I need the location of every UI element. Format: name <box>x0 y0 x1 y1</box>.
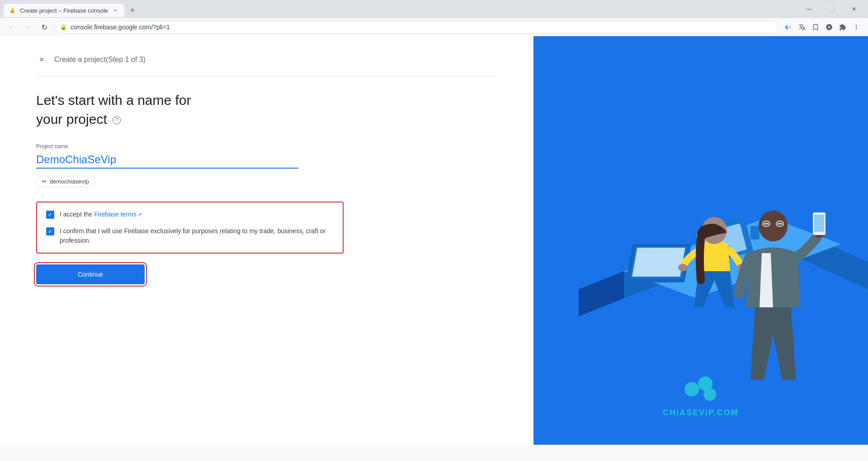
back-button[interactable]: ← <box>5 21 18 33</box>
external-link-icon: ↗ <box>137 211 142 219</box>
svg-rect-11 <box>632 248 685 277</box>
address-bar[interactable]: 🔒 console.firebase.google.com/?pli=1 <box>54 21 778 33</box>
svg-rect-21 <box>814 215 824 232</box>
watermark-text: CHiASEViP.COM <box>663 408 738 418</box>
bookmark-icon[interactable] <box>823 21 835 33</box>
svg-point-22 <box>759 211 788 241</box>
svg-point-25 <box>684 382 699 396</box>
address-bar-row: ← → ↻ 🔒 console.firebase.google.com/?pli… <box>0 18 868 36</box>
heading-line2: your project <box>36 112 107 127</box>
form-panel: × Create a project(Step 1 of 3) Let's st… <box>0 36 533 445</box>
help-icon[interactable]: ? <box>113 116 121 124</box>
google-account-icon[interactable] <box>782 21 795 33</box>
title-bar: Create project – Firebase console × + — … <box>0 0 868 18</box>
minimize-button[interactable]: — <box>798 0 819 18</box>
lock-icon: 🔒 <box>60 24 67 30</box>
page-heading: Let's start with a name for your project… <box>36 91 262 129</box>
svg-rect-14 <box>750 226 760 240</box>
continue-button[interactable]: Continue <box>36 264 145 284</box>
close-dialog-button[interactable]: × <box>36 54 47 65</box>
right-panel: CHiASEViP.COM <box>533 36 868 445</box>
business-confirm-label: I confirm that I will use Firebase exclu… <box>60 226 334 245</box>
svg-point-16 <box>678 264 687 271</box>
business-confirm-checkbox-row: ✓ I confirm that I will use Firebase exc… <box>46 226 334 245</box>
firebase-terms-link[interactable]: Firebase terms <box>94 211 136 218</box>
watermark: CHiASEViP.COM <box>663 376 738 418</box>
active-tab[interactable]: Create project – Firebase console × <box>4 4 124 17</box>
checkmark-icon-2: ✓ <box>48 229 52 234</box>
new-tab-button[interactable]: + <box>126 4 139 17</box>
tab-close-button[interactable]: × <box>112 7 119 14</box>
terms-label: I accept the Firebase terms↗ <box>60 210 142 219</box>
project-id-value: demochiasevip <box>50 178 89 185</box>
terms-box: ✓ I accept the Firebase terms↗ ✓ I confi… <box>36 202 344 254</box>
window-controls: — ⬜ ✕ <box>798 0 864 18</box>
tab-favicon-icon <box>9 7 16 14</box>
checkmark-icon: ✓ <box>48 212 52 217</box>
project-id-chip[interactable]: ✏ demochiasevip <box>36 176 95 187</box>
maximize-button[interactable]: ⬜ <box>821 0 842 18</box>
browser-chrome: Create project – Firebase console × + — … <box>0 0 868 36</box>
step-title: Create a project(Step 1 of 3) <box>54 56 146 64</box>
terms-checkbox-row: ✓ I accept the Firebase terms↗ <box>46 210 334 219</box>
share-icon[interactable] <box>809 21 822 33</box>
url-display: console.firebase.google.com/?pli=1 <box>71 24 170 31</box>
edit-icon: ✏ <box>42 178 47 185</box>
browser-menu-icon[interactable] <box>850 21 863 33</box>
terms-checkbox[interactable]: ✓ <box>46 211 54 219</box>
tab-bar: Create project – Firebase console × + <box>4 1 139 17</box>
divider <box>36 76 497 76</box>
forward-button[interactable]: → <box>22 21 34 33</box>
svg-point-27 <box>703 388 716 401</box>
tab-title: Create project – Firebase console <box>20 7 108 14</box>
step-header: × Create a project(Step 1 of 3) <box>36 54 497 65</box>
translate-icon[interactable] <box>796 21 808 33</box>
close-window-button[interactable]: ✕ <box>844 0 864 18</box>
project-name-label: Project name <box>36 143 497 150</box>
business-confirm-checkbox[interactable]: ✓ <box>46 227 54 235</box>
toolbar-icons <box>782 21 863 33</box>
refresh-button[interactable]: ↻ <box>38 21 51 33</box>
watermark-icon <box>663 376 738 405</box>
main-content: × Create a project(Step 1 of 3) Let's st… <box>0 36 868 445</box>
heading-line1: Let's start with a name for <box>36 93 191 108</box>
extensions-icon[interactable] <box>836 21 849 33</box>
project-name-input[interactable] <box>36 151 298 169</box>
